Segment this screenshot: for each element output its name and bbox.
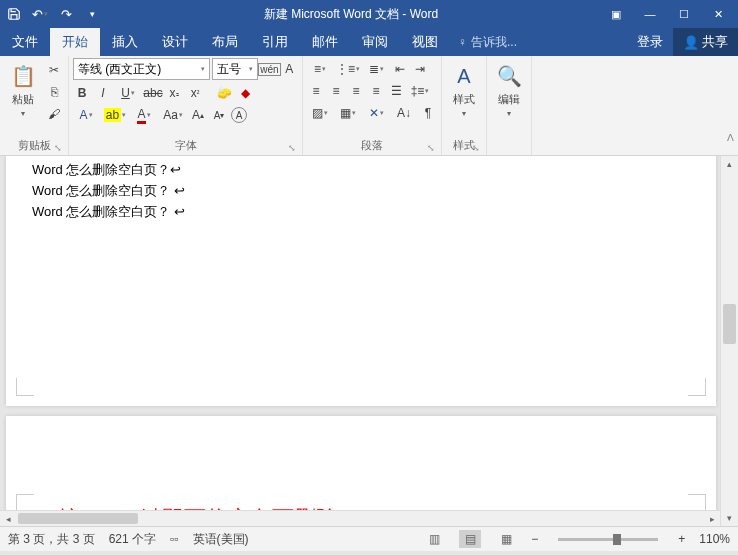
styles-launcher-icon[interactable]: ⤡ [472, 143, 480, 153]
decrease-indent-button[interactable]: ⇤ [391, 60, 409, 78]
shrink-font-button[interactable]: A▾ [210, 106, 228, 124]
font-size-combo[interactable]: 五号 ▾ [212, 58, 259, 80]
scroll-right-icon[interactable]: ▸ [704, 511, 720, 526]
document-text[interactable]: Word 怎么删除空白页？↩ Word 怎么删除空白页？ ↩ Word 怎么删除… [6, 156, 716, 226]
clear-format-button[interactable]: 🧽 [215, 84, 233, 102]
justify-button[interactable]: ≡ [367, 82, 385, 100]
font-launcher-icon[interactable]: ⤡ [288, 143, 296, 153]
web-layout-button[interactable]: ▦ [495, 530, 517, 548]
font-name-combo[interactable]: 等线 (西文正文) ▾ [73, 58, 210, 80]
font-color-button[interactable]: A▾ [131, 106, 157, 124]
zoom-out-button[interactable]: − [531, 532, 538, 546]
tab-review[interactable]: 审阅 [350, 28, 400, 56]
cut-icon: ✂ [49, 63, 59, 77]
language-status[interactable]: 英语(美国) [193, 531, 249, 548]
print-layout-button[interactable]: ▤ [459, 530, 481, 548]
document-page-1[interactable]: Word 怎么删除空白页？↩ Word 怎么删除空白页？ ↩ Word 怎么删除… [6, 156, 716, 406]
align-center-button[interactable]: ≡ [327, 82, 345, 100]
change-case-button[interactable]: Aa▾ [160, 106, 186, 124]
text-effects-button[interactable]: A▾ [73, 106, 99, 124]
strikethrough-button[interactable]: abc [144, 84, 162, 102]
clipboard-launcher-icon[interactable]: ⤡ [54, 143, 62, 153]
zoom-slider[interactable] [558, 538, 658, 541]
qat-customize-icon[interactable]: ▾ [82, 4, 102, 24]
doc-line: Word 怎么删除空白页？ ↩ [32, 202, 690, 223]
tab-references[interactable]: 引用 [250, 28, 300, 56]
clipboard-group-label: 剪贴板 ⤡ [4, 136, 64, 155]
scroll-down-icon[interactable]: ▾ [721, 510, 738, 526]
undo-icon[interactable]: ↶▾ [30, 4, 50, 24]
format-painter-button[interactable]: 🖌 [44, 104, 64, 124]
share-button[interactable]: 👤 共享 [673, 28, 738, 56]
sort-button[interactable]: ✕▾ [363, 104, 389, 122]
ribbon-options-icon[interactable]: ▣ [600, 2, 632, 26]
align-left-button[interactable]: ≡ [307, 82, 325, 100]
group-styles: A 样式 ▾ 样式 ⤡ [442, 56, 487, 155]
format-painter2-button[interactable]: ◆ [236, 84, 254, 102]
tab-layout[interactable]: 布局 [200, 28, 250, 56]
paragraph-launcher-icon[interactable]: ⤡ [427, 143, 435, 153]
paragraph-group-label: 段落 ⤡ [307, 136, 437, 155]
italic-button[interactable]: I [94, 84, 112, 102]
subscript-button[interactable]: x₂ [165, 84, 183, 102]
tab-home[interactable]: 开始 [50, 28, 100, 56]
scroll-left-icon[interactable]: ◂ [0, 511, 16, 526]
paste-caret-icon: ▾ [21, 109, 25, 118]
vertical-scrollbar[interactable]: ▴ ▾ [720, 156, 738, 526]
line-spacing-button[interactable]: ‡≡▾ [407, 82, 433, 100]
show-marks-button[interactable]: ¶ [419, 104, 437, 122]
redo-icon[interactable]: ↷ [56, 4, 76, 24]
bullets-button[interactable]: ≡▾ [307, 60, 333, 78]
phonetic-guide-button[interactable]: wén [260, 60, 278, 78]
font-group-label: 字体 ⤡ [73, 136, 298, 155]
lightbulb-icon: ♀ [458, 35, 467, 49]
cut-button[interactable]: ✂ [44, 60, 64, 80]
zoom-in-button[interactable]: + [678, 532, 685, 546]
paste-button[interactable]: 📋 粘贴 ▾ [4, 58, 42, 118]
word-count[interactable]: 621 个字 [109, 531, 156, 548]
font-size-value: 五号 [217, 61, 241, 78]
horizontal-scrollbar[interactable]: ◂ ▸ [0, 510, 720, 526]
font-name-value: 等线 (西文正文) [78, 61, 161, 78]
styles-button[interactable]: A 样式 ▾ [446, 58, 482, 118]
align-right-button[interactable]: ≡ [347, 82, 365, 100]
zoom-slider-handle[interactable] [613, 534, 621, 545]
page-count[interactable]: 第 3 页，共 3 页 [8, 531, 95, 548]
doc-line: Word 怎么删除空白页？ ↩ [32, 181, 690, 202]
distribute-button[interactable]: ☰ [387, 82, 405, 100]
grow-font-button[interactable]: A▴ [189, 106, 207, 124]
bold-button[interactable]: B [73, 84, 91, 102]
tab-design[interactable]: 设计 [150, 28, 200, 56]
editing-button[interactable]: 🔍 编辑 ▾ [491, 58, 527, 118]
login-button[interactable]: 登录 [627, 28, 673, 56]
copy-button[interactable]: ⎘ [44, 82, 64, 102]
enclose-char-button[interactable]: A [231, 107, 247, 123]
superscript-button[interactable]: x² [186, 84, 204, 102]
tab-view[interactable]: 视图 [400, 28, 450, 56]
scroll-up-icon[interactable]: ▴ [721, 156, 738, 172]
scrollbar-thumb[interactable] [18, 513, 138, 524]
paste-icon: 📋 [9, 62, 37, 90]
zoom-level[interactable]: 110% [699, 532, 730, 546]
collapse-ribbon-icon[interactable]: ᐱ [727, 132, 734, 143]
multilevel-button[interactable]: ≣▾ [363, 60, 389, 78]
shading-button[interactable]: ▨▾ [307, 104, 333, 122]
underline-button[interactable]: U▾ [115, 84, 141, 102]
numbering-button[interactable]: ⋮≡▾ [335, 60, 361, 78]
proofing-icon[interactable]: ▫▫ [170, 532, 179, 546]
highlight-button[interactable]: ab▾ [102, 106, 128, 124]
save-icon[interactable] [4, 4, 24, 24]
scrollbar-thumb[interactable] [723, 304, 736, 344]
increase-indent-button[interactable]: ⇥ [411, 60, 429, 78]
read-mode-button[interactable]: ▥ [423, 530, 445, 548]
sort2-button[interactable]: A↓ [391, 104, 417, 122]
minimize-icon[interactable]: — [634, 2, 666, 26]
tab-file[interactable]: 文件 [0, 28, 50, 56]
maximize-icon[interactable]: ☐ [668, 2, 700, 26]
tab-insert[interactable]: 插入 [100, 28, 150, 56]
tab-mailings[interactable]: 邮件 [300, 28, 350, 56]
char-border-button[interactable]: A [280, 60, 298, 78]
close-icon[interactable]: ✕ [702, 2, 734, 26]
tell-me-search[interactable]: ♀ 告诉我... [450, 28, 525, 56]
borders-button[interactable]: ▦▾ [335, 104, 361, 122]
